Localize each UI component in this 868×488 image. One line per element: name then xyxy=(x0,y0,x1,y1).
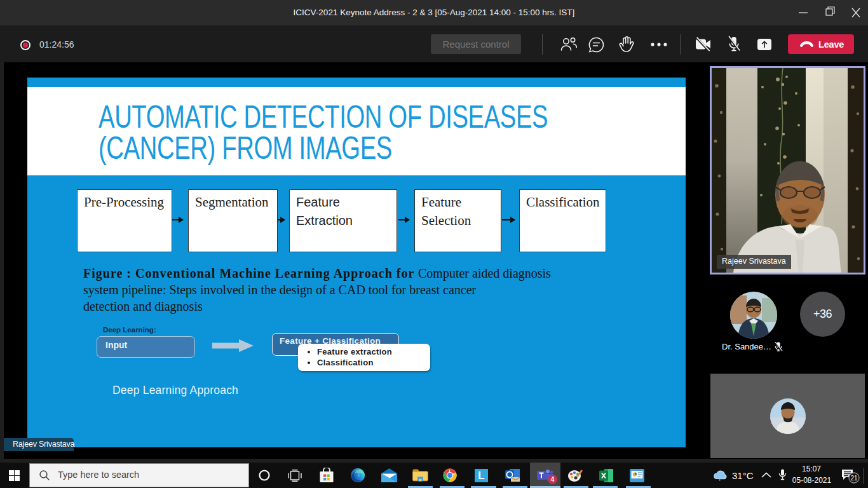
svg-text:21: 21 xyxy=(850,475,858,482)
